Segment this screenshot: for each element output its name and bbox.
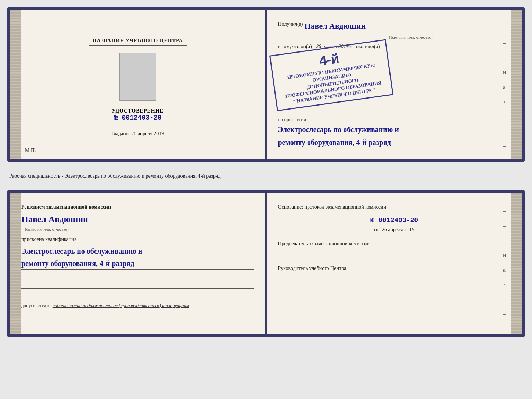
cert-label: УДОСТОВЕРЕНИЕ: [112, 108, 163, 114]
chairman-label: Председатель экзаменационной комиссии: [278, 241, 370, 246]
protocol-date: 26 апреля 2019: [382, 227, 414, 232]
bottom-section-title: Решением экзаменационной комиссии: [21, 203, 254, 211]
protocol-number: № 0012403-20: [278, 217, 511, 224]
basis-title: Основание: протокол экзаменационной коми…: [278, 203, 511, 211]
center-title: НАЗВАНИЕ УЧЕБНОГО ЦЕНТРА: [89, 36, 187, 46]
top-left-page: НАЗВАНИЕ УЧЕБНОГО ЦЕНТРА УДОСТОВЕРЕНИЕ №…: [10, 10, 265, 159]
chairman-block: Председатель экзаменационной комиссии: [278, 240, 511, 259]
blank-line-2: [21, 280, 254, 289]
person-name-top: Павел Авдюшин: [304, 21, 366, 32]
photo-placeholder: [119, 53, 156, 101]
issued-label: Выдано: [111, 131, 129, 136]
date-prefix: от: [374, 227, 379, 232]
profession-label-top: по профессии: [278, 117, 306, 122]
binding-strip-right-bottom: [511, 193, 522, 334]
director-sig-line: [278, 275, 344, 284]
fio-subtitle-top: (фамилия, имя, отчество): [311, 35, 511, 39]
context-label: в том, что он(а): [278, 44, 312, 49]
page-wrapper: НАЗВАНИЕ УЧЕБНОГО ЦЕНТРА УДОСТОВЕРЕНИЕ №…: [7, 7, 525, 337]
profession-text1-top: Электрослесарь по обслуживанию и: [278, 124, 511, 135]
received-row: Получил(а) Павел Авдюшин –: [278, 21, 511, 32]
admission-italic: работе согласно должностным (производств…: [52, 303, 189, 308]
dash-top: –: [371, 21, 374, 28]
blank-line-3: [21, 290, 254, 299]
bottom-left-page: Решением экзаменационной комиссии Павел …: [10, 193, 265, 334]
qualification-line1: Электрослесарь по обслуживанию и: [21, 245, 254, 257]
stamp-overlay: 4-й АВТОНОМНУЮ НЕКОММЕРЧЕСКУЮ ОРГАНИЗАЦИ…: [269, 39, 393, 111]
issued-date: 26 апреля 2019: [131, 131, 164, 136]
profession-section-top: по профессии Электрослесарь по обслужива…: [278, 116, 511, 148]
context-block: в том, что он(а) 26 апреля 2019г. окончи…: [278, 44, 511, 50]
protocol-date-block: от 26 апреля 2019: [278, 227, 511, 233]
director-block: Руководитель учебного Центра: [278, 265, 511, 284]
top-document: НАЗВАНИЕ УЧЕБНОГО ЦЕНТРА УДОСТОВЕРЕНИЕ №…: [7, 7, 525, 162]
top-right-page: Получил(а) Павел Авдюшин – (фамилия, имя…: [265, 10, 522, 159]
mp-label: М.П.: [25, 147, 36, 153]
bottom-right-page: Основание: протокол экзаменационной коми…: [265, 193, 522, 334]
issued-line: Выдано 26 апреля 2019: [21, 129, 254, 137]
blank-line-1: [21, 270, 254, 278]
chairman-sig-line: [278, 250, 344, 259]
binding-strip-left-bottom: [10, 193, 21, 334]
middle-text: Рабочая специальность - Электрослесарь п…: [7, 168, 525, 184]
assigned-text: присвоена квалификация: [21, 236, 254, 242]
binding-strip-right-top: [511, 10, 522, 159]
right-dashes-bottom: – – – и а ← – – – –: [503, 208, 509, 337]
profession-text2-top: ремонту оборудования, 4-й разряд: [278, 137, 511, 148]
director-label: Руководитель учебного Центра: [278, 266, 346, 271]
fio-subtitle-bottom: (фамилия, имя, отчество): [25, 227, 254, 231]
right-dashes-top: – – – и а ← – – – –: [503, 25, 509, 162]
bottom-person-name-wrapper: Павел Авдюшин: [21, 214, 254, 226]
admission-block: допускается к работе согласно должностны…: [21, 303, 254, 309]
bottom-document: Решением экзаменационной комиссии Павел …: [7, 190, 525, 337]
bottom-person-name: Павел Авдюшин: [21, 214, 88, 225]
cert-number: № 0012403-20: [114, 114, 162, 121]
admission-label: допускается к: [21, 303, 50, 308]
received-label: Получил(а): [278, 21, 303, 27]
qualification-line2: ремонту оборудования, 4-й разряд: [21, 257, 254, 270]
binding-strip-left: [10, 10, 21, 159]
cert-id-block: УДОСТОВЕРЕНИЕ № 0012403-20: [112, 108, 163, 121]
